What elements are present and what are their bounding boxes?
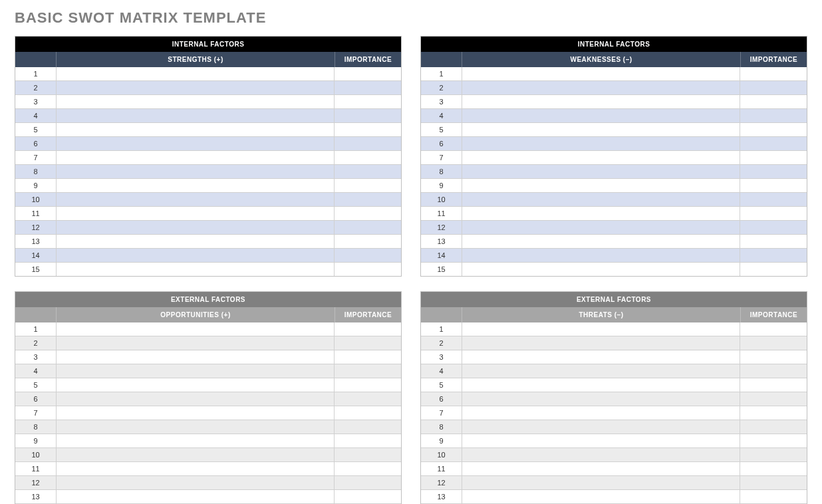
row-importance-cell[interactable] [740,406,807,420]
row-text-cell[interactable] [462,336,740,350]
row-importance-cell[interactable] [740,67,807,80]
row-importance-cell[interactable] [335,95,401,108]
row-importance-cell[interactable] [335,235,401,248]
row-importance-cell[interactable] [740,476,807,489]
row-importance-cell[interactable] [335,420,401,434]
row-importance-cell[interactable] [335,123,401,136]
row-importance-cell[interactable] [335,81,401,94]
row-importance-cell[interactable] [740,193,807,206]
row-text-cell[interactable] [462,249,740,262]
row-text-cell[interactable] [462,81,740,94]
row-importance-cell[interactable] [335,364,401,378]
row-importance-cell[interactable] [740,95,807,108]
row-text-cell[interactable] [57,434,335,447]
row-importance-cell[interactable] [740,179,807,192]
row-importance-cell[interactable] [740,336,807,350]
row-importance-cell[interactable] [335,378,401,392]
row-text-cell[interactable] [462,476,740,489]
row-text-cell[interactable] [462,448,740,461]
row-text-cell[interactable] [462,235,740,248]
row-text-cell[interactable] [462,420,740,434]
row-importance-cell[interactable] [740,137,807,150]
row-text-cell[interactable] [57,123,335,136]
row-importance-cell[interactable] [740,165,807,178]
row-text-cell[interactable] [57,137,335,150]
row-importance-cell[interactable] [335,322,401,336]
row-text-cell[interactable] [462,490,740,503]
row-importance-cell[interactable] [335,193,401,206]
row-importance-cell[interactable] [740,151,807,164]
row-importance-cell[interactable] [335,476,401,489]
row-importance-cell[interactable] [335,137,401,150]
row-importance-cell[interactable] [335,263,401,276]
row-importance-cell[interactable] [740,434,807,447]
row-text-cell[interactable] [462,263,740,276]
row-importance-cell[interactable] [335,221,401,234]
row-text-cell[interactable] [57,392,335,406]
row-text-cell[interactable] [57,67,335,80]
row-text-cell[interactable] [57,95,335,108]
row-text-cell[interactable] [57,476,335,489]
row-importance-cell[interactable] [335,165,401,178]
row-text-cell[interactable] [57,81,335,94]
row-text-cell[interactable] [462,392,740,406]
row-importance-cell[interactable] [740,123,807,136]
row-text-cell[interactable] [57,151,335,164]
row-text-cell[interactable] [462,406,740,420]
row-importance-cell[interactable] [740,462,807,475]
row-importance-cell[interactable] [335,249,401,262]
row-text-cell[interactable] [57,406,335,420]
row-importance-cell[interactable] [335,434,401,447]
row-importance-cell[interactable] [740,350,807,364]
row-importance-cell[interactable] [740,448,807,461]
row-text-cell[interactable] [57,249,335,262]
row-importance-cell[interactable] [335,462,401,475]
row-text-cell[interactable] [57,364,335,378]
row-importance-cell[interactable] [335,392,401,406]
row-text-cell[interactable] [462,95,740,108]
row-text-cell[interactable] [57,179,335,192]
row-importance-cell[interactable] [335,406,401,420]
row-text-cell[interactable] [462,151,740,164]
row-importance-cell[interactable] [740,235,807,248]
row-importance-cell[interactable] [740,322,807,336]
row-importance-cell[interactable] [740,81,807,94]
row-importance-cell[interactable] [335,207,401,220]
row-text-cell[interactable] [462,221,740,234]
row-text-cell[interactable] [462,364,740,378]
row-importance-cell[interactable] [740,378,807,392]
row-text-cell[interactable] [57,109,335,122]
row-text-cell[interactable] [57,322,335,336]
row-importance-cell[interactable] [740,109,807,122]
row-text-cell[interactable] [462,322,740,336]
row-importance-cell[interactable] [740,263,807,276]
row-importance-cell[interactable] [740,207,807,220]
row-importance-cell[interactable] [740,420,807,434]
row-text-cell[interactable] [57,193,335,206]
row-importance-cell[interactable] [740,490,807,503]
row-text-cell[interactable] [462,179,740,192]
row-importance-cell[interactable] [335,350,401,364]
row-importance-cell[interactable] [335,490,401,503]
row-text-cell[interactable] [462,109,740,122]
row-importance-cell[interactable] [335,151,401,164]
row-text-cell[interactable] [57,462,335,475]
row-text-cell[interactable] [57,420,335,434]
row-text-cell[interactable] [57,207,335,220]
row-text-cell[interactable] [462,123,740,136]
row-importance-cell[interactable] [740,221,807,234]
row-text-cell[interactable] [57,165,335,178]
row-text-cell[interactable] [57,490,335,503]
row-importance-cell[interactable] [335,67,401,80]
row-text-cell[interactable] [57,263,335,276]
row-text-cell[interactable] [462,193,740,206]
row-text-cell[interactable] [462,434,740,447]
row-importance-cell[interactable] [335,448,401,461]
row-text-cell[interactable] [57,350,335,364]
row-importance-cell[interactable] [335,109,401,122]
row-text-cell[interactable] [57,448,335,461]
row-text-cell[interactable] [462,462,740,475]
row-text-cell[interactable] [57,336,335,350]
row-text-cell[interactable] [462,207,740,220]
row-importance-cell[interactable] [335,336,401,350]
